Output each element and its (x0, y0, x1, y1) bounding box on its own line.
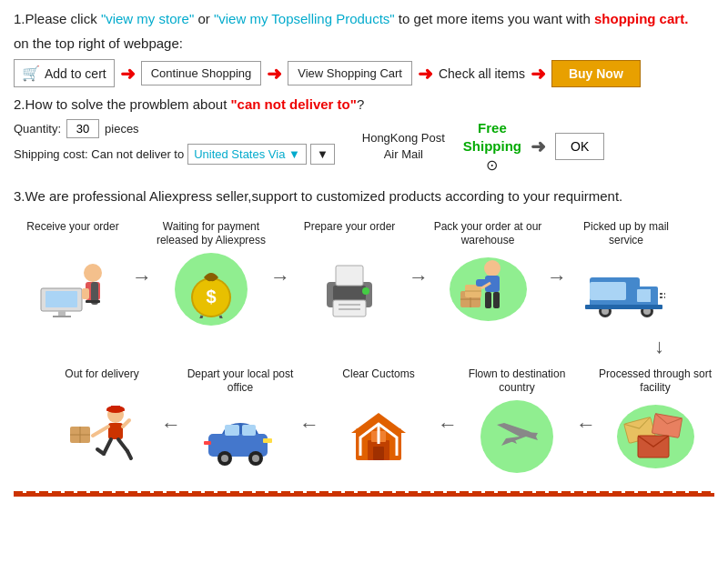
svg-line-75 (118, 439, 127, 451)
link-view-store[interactable]: "view my store" (101, 11, 194, 26)
link-topselling[interactable]: "view my Topselling Products" (214, 11, 395, 26)
svg-rect-17 (333, 286, 366, 300)
arrow-r1-1: → (132, 220, 152, 289)
process-container: Receive your order (14, 220, 714, 473)
continue-shopping-box[interactable]: Continue Shopping (141, 61, 262, 85)
process-customs-label: Clear Cuctoms (342, 367, 414, 395)
process-depart-icon (199, 400, 281, 473)
svg-line-76 (97, 449, 104, 454)
svg-rect-20 (339, 304, 360, 306)
shipping-dropdown[interactable]: United States Via ▼ (187, 144, 307, 165)
svg-point-59 (221, 455, 228, 462)
view-cart-box[interactable]: View Shopping Cart (288, 61, 412, 85)
svg-line-73 (123, 420, 129, 427)
section3: 3.We are professional Aliexpress seller,… (14, 186, 714, 473)
process-flown-label: Flown to destination country (458, 367, 576, 396)
hongkong-post-line1: HongKong Post (362, 130, 445, 146)
svg-rect-54 (373, 447, 384, 460)
process-sort-label: Processed through sort facility (596, 367, 714, 396)
process-sort: Processed through sort facility (596, 367, 714, 473)
pack-oval (450, 257, 527, 321)
process-pickup: Picked up by mail service (567, 220, 685, 326)
svg-rect-56 (225, 425, 239, 436)
arrow-r1-3: → (409, 220, 429, 289)
svg-rect-38 (651, 289, 658, 302)
svg-line-12 (197, 316, 202, 318)
process-receive-order: Receive your order (14, 220, 132, 325)
section3-heading: 3.We are professional Aliexpress seller,… (14, 186, 714, 207)
radio-dot[interactable]: ⊙ (486, 156, 498, 174)
svg-rect-35 (590, 282, 626, 300)
process-flown: Flown to destination country (458, 367, 576, 473)
process-customs-icon (338, 399, 420, 472)
svg-rect-1 (46, 291, 77, 307)
svg-text:$: $ (206, 286, 216, 307)
flown-circle (480, 400, 553, 473)
svg-rect-21 (339, 308, 360, 310)
qty-row: Quantity: pieces (14, 119, 335, 138)
process-payment: Waiting for payment released by Aliexpre… (152, 220, 270, 326)
dropdown-arrow-box[interactable]: ▼ (310, 144, 335, 165)
svg-rect-62 (263, 438, 272, 443)
arrow-r2-2: ← (299, 367, 319, 437)
quantity-input[interactable] (66, 119, 99, 138)
process-flown-icon (476, 400, 558, 473)
process-prepare-icon (308, 252, 390, 325)
heading-suffix: to get more items you want with (395, 11, 594, 26)
svg-line-74 (104, 439, 111, 454)
continue-shopping-label: Continue Shopping (151, 66, 252, 80)
buy-now-button[interactable]: Buy Now (551, 60, 641, 87)
heading-middle: or (194, 11, 214, 26)
section2-heading-highlight: "can not deliver to" (230, 96, 356, 112)
svg-line-77 (127, 451, 131, 458)
process-sort-icon (614, 400, 696, 473)
svg-point-61 (252, 455, 259, 462)
section2-heading-suffix: ? (357, 96, 364, 112)
process-depart: Depart your local post office (181, 367, 299, 473)
svg-point-4 (84, 264, 102, 282)
view-cart-label: View Shopping Cart (298, 66, 402, 80)
add-to-cart-box[interactable]: 🛒 Add to cert (14, 59, 115, 87)
arrow4: ➜ (531, 63, 546, 85)
section2-heading: 2.How to solve the prowblem about "can n… (14, 96, 714, 112)
process-delivery: Out for delivery (43, 367, 161, 472)
arrow-r2-1: ← (161, 367, 181, 437)
pieces-label: pieces (105, 122, 139, 136)
add-to-cart-label: Add to cert (45, 66, 106, 81)
ok-button[interactable]: OK (555, 133, 604, 160)
process-payment-icon: $ (170, 253, 252, 326)
deliver-left: Quantity: pieces Shipping cost: Can not … (14, 119, 335, 165)
arrow-r1-4: → (547, 220, 567, 289)
process-delivery-label: Out for delivery (65, 367, 138, 395)
arrow2: ➜ (267, 63, 282, 85)
process-receive-order-label: Receive your order (26, 220, 118, 247)
svg-rect-6 (82, 288, 89, 299)
arrow-ok: ➜ (531, 136, 546, 157)
svg-line-13 (220, 316, 225, 318)
process-row1: Receive your order (14, 220, 714, 326)
steps-row: 🛒 Add to cert ➜ Continue Shopping ➜ View… (14, 59, 714, 87)
free-shipping-label: FreeShipping (463, 119, 521, 155)
process-row2: Processed through sort facility (14, 367, 714, 473)
svg-rect-43 (585, 305, 662, 309)
svg-point-23 (484, 260, 500, 276)
process-delivery-icon (61, 399, 143, 472)
shipping-row: Shipping cost: Can not deliver to United… (14, 144, 335, 165)
process-prepare-label: Prepare your order (304, 220, 396, 247)
shipping-dropdown-value: United States Via (194, 147, 285, 161)
svg-rect-3 (53, 316, 71, 317)
svg-rect-32 (485, 292, 491, 308)
svg-rect-18 (336, 266, 363, 286)
section1-subheading: on the top right of webpage: (14, 34, 714, 55)
arrow-r1-2: → (270, 220, 290, 289)
hongkong-post-label: HongKong Post Air Mail (362, 130, 445, 163)
section1-heading: 1.Please click "view my store" or "view … (14, 9, 714, 30)
process-receive-order-icon (32, 252, 114, 325)
sort-oval (617, 405, 694, 468)
process-payment-label: Waiting for payment released by Aliexpre… (152, 220, 270, 248)
section2-heading-prefix: 2.How to solve the prowblem about (14, 96, 230, 112)
process-prepare: Prepare your order (290, 220, 409, 325)
section2: 2.How to solve the prowblem about "can n… (14, 96, 714, 174)
process-pickup-label: Picked up by mail service (567, 220, 685, 248)
down-arrow-container: ↓ (14, 335, 714, 358)
